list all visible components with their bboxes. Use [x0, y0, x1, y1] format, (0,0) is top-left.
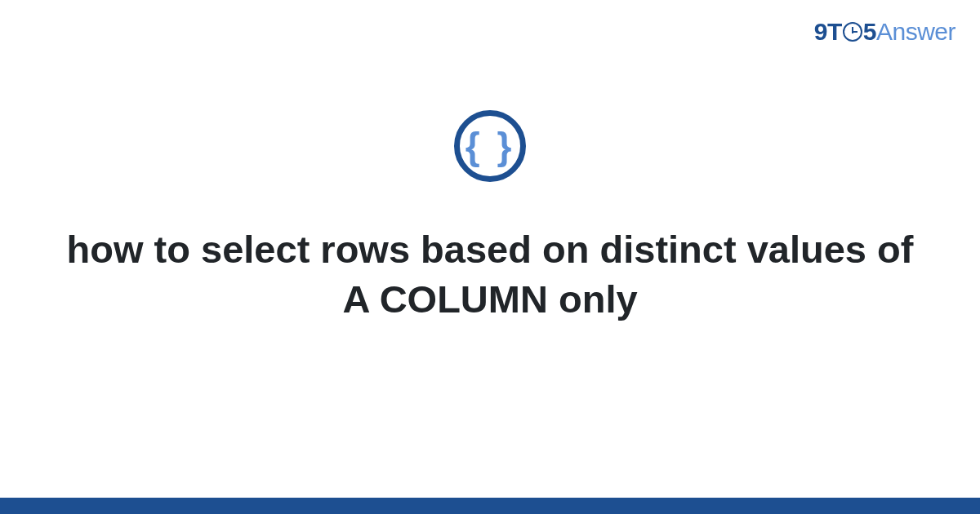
- braces-glyph: { }: [466, 127, 515, 165]
- code-braces-icon: { }: [454, 110, 526, 182]
- clock-icon: [843, 22, 862, 42]
- logo-text-answer: Answer: [876, 18, 956, 46]
- logo-text-9t: 9T: [814, 18, 842, 46]
- logo-text-5: 5: [863, 18, 876, 46]
- site-logo: 9T 5 Answer: [814, 18, 956, 46]
- page-title: how to select rows based on distinct val…: [49, 224, 931, 324]
- footer-accent-bar: [0, 498, 980, 514]
